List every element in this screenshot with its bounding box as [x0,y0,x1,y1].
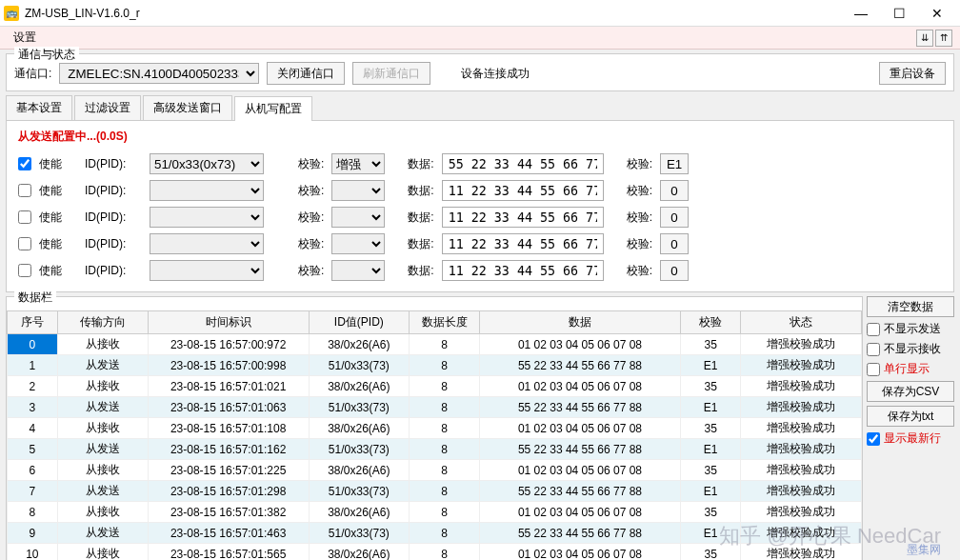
table-row[interactable]: 5从发送23-08-15 16:57:01:16251/0x33(73)855 … [8,439,862,460]
table-cell: 7 [8,481,58,502]
table-cell: E1 [680,439,740,460]
table-cell: 增强校验成功 [741,544,862,561]
table-cell: 55 22 33 44 55 66 77 88 [479,397,680,418]
chk-mode-select[interactable]: 增强 [331,153,385,174]
close-port-button[interactable]: 关闭通信口 [267,62,345,85]
enable-checkbox[interactable] [18,210,31,224]
table-cell: 8 [410,523,480,544]
crc-label: 校验: [627,263,652,279]
table-row[interactable]: 1从发送23-08-15 16:57:00:99851/0x33(73)855 … [8,355,862,376]
table-cell: 23-08-15 16:57:01:463 [148,523,309,544]
crc-output [660,207,689,228]
enable-checkbox[interactable] [18,157,31,170]
table-cell: 38/0x26(A6) [309,544,410,561]
close-button[interactable]: ✕ [918,2,956,25]
clear-data-button[interactable]: 清空数据 [867,296,954,317]
data-input[interactable] [442,207,604,228]
config-row: 使能 ID(PID): 校验: 数据: 校验: [18,177,942,204]
window-title: ZM-USB_LIN-V1.6.0_r [25,7,842,20]
table-cell: 从发送 [57,439,148,460]
slave-config-panel: 从发送配置中...(0.0S) 使能 ID(PID): 51/0x33(0x73… [6,120,954,292]
grid-col-header[interactable]: 传输方向 [57,311,148,334]
single-line-checkbox[interactable] [867,363,880,376]
show-latest-checkbox[interactable] [867,432,880,446]
table-cell: 5 [8,439,58,460]
grid-col-header[interactable]: 状态 [741,311,862,334]
id-select[interactable]: 51/0x33(0x73) [150,153,264,174]
data-input[interactable] [442,180,604,201]
table-cell: 8 [8,502,58,523]
grid-col-header[interactable]: 数据长度 [410,311,480,334]
table-cell: 6 [8,460,58,481]
grid-col-header[interactable]: ID值(PID) [309,311,410,334]
enable-checkbox[interactable] [18,237,31,250]
table-cell: 10 [8,544,58,561]
enable-label: 使能 [39,236,77,252]
chk-mode-select[interactable] [331,260,385,281]
chk-mode-label: 校验: [298,183,324,199]
table-cell: 01 02 03 04 05 06 07 08 [479,418,680,439]
menu-settings[interactable]: 设置 [8,28,42,48]
grid-col-header[interactable]: 数据 [479,311,680,334]
table-cell: 01 02 03 04 05 06 07 08 [479,460,680,481]
table-cell: 增强校验成功 [741,334,862,355]
table-row[interactable]: 6从接收23-08-15 16:57:01:22538/0x26(A6)801 … [8,460,862,481]
chevron-up-icon[interactable]: ⇈ [935,30,952,47]
table-cell: 从接收 [57,544,148,561]
id-select[interactable] [150,260,264,281]
table-cell: 38/0x26(A6) [309,460,410,481]
table-row[interactable]: 10从接收23-08-15 16:57:01:56538/0x26(A6)801… [8,544,862,561]
data-input[interactable] [442,233,604,254]
data-input[interactable] [442,153,604,174]
reboot-button[interactable]: 重启设备 [879,62,946,85]
chk-mode-select[interactable] [331,180,385,201]
side-controls: 清空数据 不显示发送 不显示接收 单行显示 保存为CSV 保存为txt 显示最新… [867,296,954,560]
table-row[interactable]: 4从接收23-08-15 16:57:01:10838/0x26(A6)801 … [8,418,862,439]
table-cell: 23-08-15 16:57:00:998 [148,355,309,376]
table-cell: 8 [410,502,480,523]
chk-mode-select[interactable] [331,233,385,254]
table-cell: 增强校验成功 [741,460,862,481]
tab-filter[interactable]: 过滤设置 [74,95,141,120]
data-input[interactable] [442,260,604,281]
id-select[interactable] [150,180,264,201]
table-row[interactable]: 2从接收23-08-15 16:57:01:02138/0x26(A6)801 … [8,376,862,397]
port-select[interactable]: ZMELEC:SN.4100D40050233373237373314 [59,63,259,84]
data-label: 数据: [408,263,433,279]
table-cell: 35 [680,502,740,523]
chk-mode-select[interactable] [331,207,385,228]
tab-advanced-send[interactable]: 高级发送窗口 [143,95,232,120]
tab-slave-write[interactable]: 从机写配置 [234,96,312,121]
table-cell: E1 [680,397,740,418]
table-row[interactable]: 8从接收23-08-15 16:57:01:38238/0x26(A6)801 … [8,502,862,523]
table-row[interactable]: 7从发送23-08-15 16:57:01:29851/0x33(73)855 … [8,481,862,502]
save-txt-button[interactable]: 保存为txt [867,406,954,427]
save-csv-button[interactable]: 保存为CSV [867,381,954,402]
chk-mode-label: 校验: [298,263,324,279]
enable-label: 使能 [39,210,77,226]
enable-checkbox[interactable] [18,264,31,277]
tab-basic[interactable]: 基本设置 [6,95,72,120]
table-cell: 3 [8,397,58,418]
minimize-button[interactable]: — [842,2,880,25]
config-row: 使能 ID(PID): 校验: 数据: 校验: [18,230,942,257]
table-row[interactable]: 3从发送23-08-15 16:57:01:06351/0x33(73)855 … [8,397,862,418]
enable-checkbox[interactable] [18,184,31,197]
table-row[interactable]: 9从发送23-08-15 16:57:01:46351/0x33(73)855 … [8,523,862,544]
hide-send-checkbox[interactable] [867,323,880,336]
table-cell: E1 [680,355,740,376]
grid-col-header[interactable]: 时间标识 [148,311,309,334]
grid-col-header[interactable]: 校验 [680,311,740,334]
hide-recv-checkbox[interactable] [867,343,880,356]
maximize-button[interactable]: ☐ [880,2,918,25]
refresh-port-button[interactable]: 刷新通信口 [352,62,430,85]
id-select[interactable] [150,233,264,254]
chevron-down-icon[interactable]: ⇊ [916,30,933,47]
data-grid: 序号传输方向时间标识ID值(PID)数据长度数据校验状态 0从接收23-08-1… [7,310,862,560]
table-cell: 38/0x26(A6) [309,418,410,439]
grid-col-header[interactable]: 序号 [8,311,58,334]
crc-output [660,153,689,174]
id-select[interactable] [150,207,264,228]
table-row[interactable]: 0从接收23-08-15 16:57:00:97238/0x26(A6)801 … [8,334,862,355]
table-cell: 38/0x26(A6) [309,334,410,355]
